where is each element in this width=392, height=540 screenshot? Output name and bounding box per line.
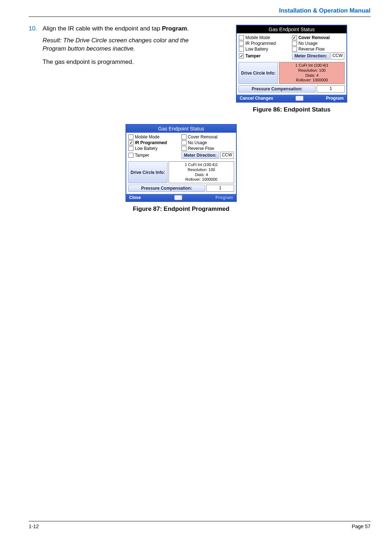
keyboard-icon[interactable] xyxy=(296,96,303,101)
checkbox-icon xyxy=(128,153,133,158)
step-text-c: . xyxy=(187,25,189,32)
figure87-app: Gas Endpoint Status Mobile Mode Cover Re… xyxy=(126,124,237,202)
pressure-comp-value[interactable]: 1 xyxy=(317,85,345,93)
cb-ir-programmed[interactable]: IR Programmed xyxy=(128,140,179,145)
program-button[interactable]: Program xyxy=(326,96,344,101)
program-button-disabled: Program xyxy=(216,195,233,200)
pressure-comp-button[interactable]: Pressure Compensation: xyxy=(128,185,205,192)
cb-cover-removal[interactable]: Cover Removal xyxy=(181,134,234,139)
cb-tamper[interactable]: Tamper xyxy=(128,152,179,159)
drive-circle-info: 1 CuFt Int (100:4)1 Resolution: 100 Dial… xyxy=(169,161,234,183)
footer-right: Page 57 xyxy=(352,524,370,529)
page-footer: 1-12 Page 57 xyxy=(29,518,370,529)
cancel-changes-button[interactable]: Cancel Changes xyxy=(240,96,273,101)
cb-cover-removal[interactable]: Cover Removal xyxy=(292,35,344,40)
app-title: Gas Endpoint Status xyxy=(126,125,236,133)
checkbox-icon xyxy=(181,134,186,139)
checkbox-icon xyxy=(239,35,244,40)
pressure-comp-button[interactable]: Pressure Compensation: xyxy=(238,85,316,93)
checkbox-icon xyxy=(128,134,133,139)
step-number: 10. xyxy=(29,25,41,33)
footer-left: 1-12 xyxy=(29,524,39,529)
cb-reverse-flow[interactable]: Reverse Flow xyxy=(292,47,344,52)
drive-circle-info: 1 CuFt Int (100:4)1 Resolution: 100 Dial… xyxy=(279,62,345,84)
close-button[interactable]: Close xyxy=(129,195,141,200)
header-title: Installation & Operation Manual xyxy=(29,7,370,16)
footer-rule xyxy=(29,521,370,521)
app-title: Gas Endpoint Status xyxy=(237,25,346,33)
checkbox-icon xyxy=(239,47,244,52)
step-text-column: 10. Align the IR cable with the endpoint… xyxy=(29,25,202,113)
pressure-comp-value[interactable]: 1 xyxy=(206,185,234,192)
figure86-caption: Figure 86: Endpoint Status xyxy=(213,106,370,113)
checkbox-icon xyxy=(181,146,186,151)
cb-no-usage[interactable]: No Usage xyxy=(181,140,234,145)
cb-low-battery[interactable]: Low Battery xyxy=(239,47,290,52)
checkbox-icon xyxy=(292,41,297,46)
checkbox-icon xyxy=(292,35,297,40)
checkbox-icon xyxy=(292,47,297,52)
header-rule xyxy=(29,16,370,17)
figure87-caption: Figure 87: Endpoint Programmed xyxy=(100,205,262,213)
checkbox-icon xyxy=(128,140,133,145)
cb-no-usage[interactable]: No Usage xyxy=(292,41,344,46)
checkbox-icon xyxy=(239,53,244,58)
checkbox-icon xyxy=(181,140,186,145)
meter-direction-button[interactable]: Meter Direction: xyxy=(181,152,219,159)
drive-circle-button[interactable]: Drive Circle Info: xyxy=(128,161,167,183)
figure86-app: Gas Endpoint Status Mobile Mode Cover Re… xyxy=(236,25,347,103)
step-conclusion: The gas endpoint is programmed. xyxy=(43,58,202,66)
step-program-word: Program xyxy=(162,25,187,32)
drive-circle-button[interactable]: Drive Circle Info: xyxy=(238,62,278,84)
checkbox-icon xyxy=(128,146,133,151)
step-text-a: Align the IR cable with the endpoint and… xyxy=(43,25,162,32)
cb-ir-programmed[interactable]: IR Programmed xyxy=(239,41,290,46)
meter-direction-value[interactable]: CCW xyxy=(220,152,234,159)
cb-mobile-mode[interactable]: Mobile Mode xyxy=(239,35,290,40)
keyboard-icon[interactable] xyxy=(174,195,182,200)
cb-low-battery[interactable]: Low Battery xyxy=(128,146,179,151)
meter-direction-value[interactable]: CCW xyxy=(331,52,344,60)
cb-tamper[interactable]: Tamper xyxy=(239,52,290,60)
checkbox-icon xyxy=(239,41,244,46)
cb-reverse-flow[interactable]: Reverse Flow xyxy=(181,146,234,151)
cb-mobile-mode[interactable]: Mobile Mode xyxy=(128,134,179,139)
step-result: Result: The Drive Circle screen changes … xyxy=(43,37,202,53)
meter-direction-button[interactable]: Meter Direction: xyxy=(292,52,330,60)
